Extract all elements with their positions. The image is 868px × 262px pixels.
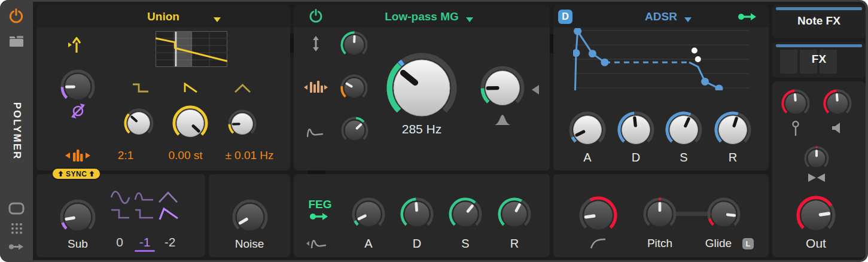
unison-ratio-value[interactable]: 2:1 <box>108 149 144 162</box>
amp-output-icon[interactable] <box>738 11 757 22</box>
note-fx-box[interactable]: Note FX <box>772 5 866 38</box>
amp-sustain-knob[interactable] <box>665 111 702 148</box>
filter-mod-knob[interactable] <box>340 31 368 59</box>
pitch-glide-section: Pitch Glide L <box>553 174 769 257</box>
filter-resonance-knob[interactable] <box>480 66 525 110</box>
oscillator-model-select[interactable]: Union <box>36 10 290 23</box>
pitch-label: Pitch <box>636 237 684 250</box>
sub-wave-halfsine-icon[interactable] <box>135 191 154 204</box>
glide-curve-knob[interactable] <box>579 196 617 234</box>
feg-sustain-label: S <box>447 237 483 251</box>
sub-wave-sine-icon[interactable] <box>111 191 130 204</box>
fx-chain-bar <box>776 44 862 47</box>
velocity-knob[interactable] <box>781 89 810 118</box>
resonance-peak-icon <box>494 112 511 126</box>
pitch-knob[interactable] <box>643 197 677 231</box>
arrow-up-icon <box>58 170 63 177</box>
saw-level-knob[interactable] <box>172 105 208 141</box>
sub-wave-square-icon[interactable] <box>111 207 130 220</box>
sub-octave-0[interactable]: 0 <box>109 235 130 249</box>
output-routing-icon[interactable] <box>8 242 24 251</box>
sub-wave-saw-icon[interactable] <box>159 207 179 221</box>
pan-bowtie-icon <box>807 172 826 183</box>
legato-badge[interactable]: L <box>742 238 754 249</box>
note-fx-label: Note FX <box>772 14 866 28</box>
chevron-down-icon[interactable] <box>684 17 692 22</box>
out-label: Out <box>792 236 840 251</box>
feg-output-icon[interactable] <box>309 211 328 222</box>
noise-label: Noise <box>209 237 290 251</box>
sub-octave-minus1[interactable]: -1 <box>135 235 155 252</box>
polymer-device: POLYMER Union <box>0 0 868 262</box>
remote-display-icon[interactable] <box>8 202 25 215</box>
volume-knob[interactable] <box>823 89 852 118</box>
preset-folder-icon[interactable] <box>9 35 24 47</box>
amp-release-knob[interactable] <box>714 111 751 148</box>
amp-attack-label: A <box>569 151 605 164</box>
filter-keytrack-knob[interactable] <box>340 74 368 102</box>
envelope-icon[interactable] <box>307 126 325 138</box>
filter-env-amount-knob[interactable] <box>341 117 368 144</box>
sub-level-knob[interactable] <box>60 199 96 235</box>
sub-oscillator-section: Sub 0 -1 -2 <box>36 174 205 257</box>
amp-attack-knob[interactable] <box>569 111 606 148</box>
feg-sustain-knob[interactable] <box>449 197 482 231</box>
glide-label: Glide <box>695 237 742 250</box>
filter-section: Low-pass MG 285 Hz <box>294 5 550 170</box>
oscillator-waveform-display <box>156 31 227 67</box>
unison-spread-icon[interactable] <box>64 148 92 163</box>
amp-envelope-section: D ADSR A D S R <box>553 5 769 170</box>
velocity-key-icon <box>791 120 800 137</box>
fx-box[interactable]: FX <box>772 42 866 78</box>
sub-wave-triangle-icon[interactable] <box>159 191 178 204</box>
amp-decay-label: D <box>618 151 654 164</box>
pitch-glide-link <box>673 212 711 216</box>
amp-env-type-select[interactable]: ADSR <box>553 10 769 23</box>
collapse-left-icon[interactable] <box>532 85 539 95</box>
remote-controls-icon[interactable] <box>10 222 23 235</box>
pitch-mod-icon[interactable] <box>68 37 83 54</box>
sub-label: Sub <box>54 237 102 251</box>
feg-attack-knob[interactable] <box>352 197 385 231</box>
pan-knob[interactable] <box>804 146 829 171</box>
sync-badge-label: SYNC <box>66 170 87 178</box>
amp-decay-knob[interactable] <box>617 111 654 148</box>
lag-curve-icon <box>590 237 607 249</box>
device-sidebar: POLYMER <box>0 0 33 262</box>
feg-release-knob[interactable] <box>498 197 531 231</box>
pulse-width-knob[interactable] <box>124 108 154 138</box>
sub-octave-minus2[interactable]: -2 <box>160 235 180 249</box>
cutoff-value[interactable]: 285 Hz <box>380 122 464 136</box>
feg-decay-label: D <box>399 237 435 251</box>
device-power-button[interactable] <box>8 8 25 25</box>
glide-knob[interactable] <box>707 197 741 231</box>
random-phase-icon[interactable] <box>70 103 86 119</box>
pulse-wave-icon[interactable] <box>132 83 149 93</box>
arrow-up-icon <box>89 170 95 177</box>
chevron-down-icon[interactable] <box>214 17 221 22</box>
detune-value[interactable]: 0.00 st <box>153 149 218 162</box>
oscillator-section: Union 2:1 0.00 st ± <box>36 5 290 170</box>
filter-model-select[interactable]: Low-pass MG <box>294 10 550 23</box>
chevron-down-icon[interactable] <box>466 17 473 22</box>
amp-envelope-graph[interactable] <box>573 28 749 90</box>
sync-badge[interactable]: SYNC <box>51 167 101 180</box>
feg-decay-knob[interactable] <box>400 197 434 231</box>
triangle-level-knob[interactable] <box>228 109 257 138</box>
mod-depth-icon[interactable] <box>310 35 321 52</box>
feg-envelope-icon[interactable] <box>306 237 327 249</box>
device-name-label: POLYMER <box>11 102 23 160</box>
filter-envelope-section: FEG A D S R <box>294 174 550 257</box>
feg-release-label: R <box>497 237 532 251</box>
saw-wave-icon[interactable] <box>183 83 198 93</box>
keytrack-icon[interactable] <box>302 80 330 95</box>
noise-level-knob[interactable] <box>232 199 268 235</box>
triangle-wave-icon[interactable] <box>234 84 251 93</box>
sub-wave-pulse-icon[interactable] <box>135 207 154 220</box>
filter-cutoff-knob[interactable] <box>386 53 457 123</box>
spread-value[interactable]: ± 0.01 Hz <box>214 149 285 162</box>
feg-label: FEG <box>303 198 337 211</box>
osc-phase-knob[interactable] <box>60 69 95 104</box>
noise-section: Noise <box>209 174 290 257</box>
out-volume-knob[interactable] <box>796 196 836 235</box>
